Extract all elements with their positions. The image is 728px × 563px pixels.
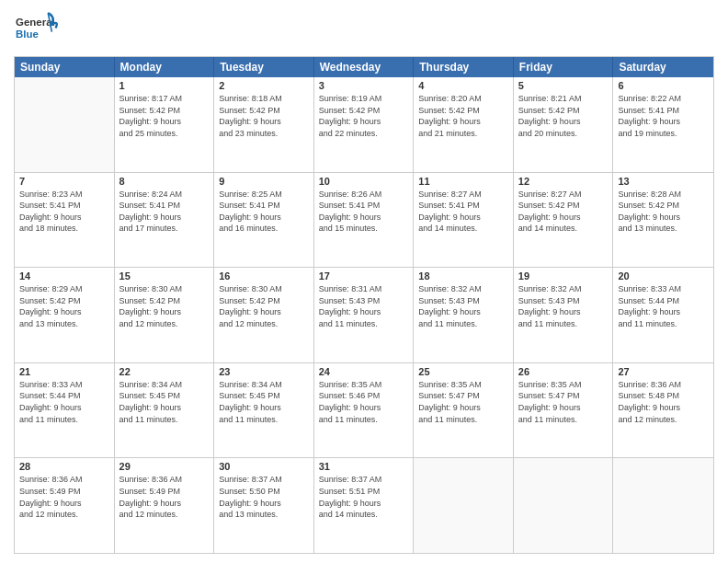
- day-number: 17: [319, 270, 409, 282]
- calendar-cell: [15, 77, 115, 172]
- cell-info: Sunrise: 8:30 AM Sunset: 5:42 PM Dayligh…: [119, 283, 210, 329]
- day-number: 21: [19, 366, 109, 377]
- day-number: 27: [618, 366, 709, 377]
- calendar-cell: 18Sunrise: 8:32 AM Sunset: 5:43 PM Dayli…: [414, 268, 514, 362]
- calendar-cell: 27Sunrise: 8:36 AM Sunset: 5:48 PM Dayli…: [613, 363, 713, 458]
- day-number: 12: [518, 176, 609, 187]
- cell-info: Sunrise: 8:35 AM Sunset: 5:46 PM Dayligh…: [319, 379, 409, 425]
- day-number: 9: [219, 176, 309, 187]
- calendar-cell: 10Sunrise: 8:26 AM Sunset: 5:41 PM Dayli…: [314, 173, 415, 268]
- day-number: 1: [119, 80, 210, 91]
- cell-info: Sunrise: 8:32 AM Sunset: 5:43 PM Dayligh…: [418, 283, 508, 329]
- day-number: 4: [418, 80, 508, 91]
- day-number: 6: [618, 80, 709, 91]
- svg-text:Blue: Blue: [16, 29, 39, 40]
- calendar-week-row: 7Sunrise: 8:23 AM Sunset: 5:41 PM Daylig…: [15, 172, 713, 268]
- cell-info: Sunrise: 8:35 AM Sunset: 5:47 PM Dayligh…: [418, 379, 508, 425]
- calendar-week-row: 28Sunrise: 8:36 AM Sunset: 5:49 PM Dayli…: [15, 457, 713, 553]
- calendar-cell: 19Sunrise: 8:32 AM Sunset: 5:43 PM Dayli…: [514, 268, 614, 362]
- cell-info: Sunrise: 8:22 AM Sunset: 5:41 PM Dayligh…: [618, 93, 709, 139]
- cell-info: Sunrise: 8:36 AM Sunset: 5:49 PM Dayligh…: [119, 474, 210, 520]
- calendar-cell: 14Sunrise: 8:29 AM Sunset: 5:42 PM Dayli…: [15, 268, 115, 362]
- day-number: 3: [319, 80, 409, 91]
- calendar-week-row: 21Sunrise: 8:33 AM Sunset: 5:44 PM Dayli…: [15, 362, 713, 458]
- calendar-cell: 11Sunrise: 8:27 AM Sunset: 5:41 PM Dayli…: [414, 173, 514, 268]
- day-number: 16: [219, 270, 309, 282]
- day-number: 14: [19, 270, 109, 282]
- day-number: 26: [518, 366, 609, 377]
- calendar-cell: 25Sunrise: 8:35 AM Sunset: 5:47 PM Dayli…: [414, 363, 514, 458]
- calendar-cell: [514, 458, 614, 553]
- cell-info: Sunrise: 8:34 AM Sunset: 5:45 PM Dayligh…: [219, 379, 309, 425]
- calendar-cell: 8Sunrise: 8:24 AM Sunset: 5:41 PM Daylig…: [115, 173, 215, 268]
- day-number: 23: [219, 366, 309, 377]
- cell-info: Sunrise: 8:36 AM Sunset: 5:49 PM Dayligh…: [19, 474, 109, 520]
- calendar-cell: 4Sunrise: 8:20 AM Sunset: 5:42 PM Daylig…: [414, 77, 514, 172]
- calendar-cell: 13Sunrise: 8:28 AM Sunset: 5:42 PM Dayli…: [613, 173, 713, 268]
- calendar-cell: 23Sunrise: 8:34 AM Sunset: 5:45 PM Dayli…: [214, 363, 314, 458]
- cell-info: Sunrise: 8:24 AM Sunset: 5:41 PM Dayligh…: [119, 189, 210, 235]
- cell-info: Sunrise: 8:30 AM Sunset: 5:42 PM Dayligh…: [219, 283, 309, 329]
- calendar-week-row: 14Sunrise: 8:29 AM Sunset: 5:42 PM Dayli…: [15, 267, 713, 362]
- day-number: 31: [319, 461, 409, 472]
- day-number: 15: [119, 270, 210, 282]
- cell-info: Sunrise: 8:37 AM Sunset: 5:50 PM Dayligh…: [219, 474, 309, 520]
- cell-info: Sunrise: 8:36 AM Sunset: 5:48 PM Dayligh…: [618, 379, 709, 425]
- logo: General Blue: [14, 9, 60, 51]
- cell-info: Sunrise: 8:28 AM Sunset: 5:42 PM Dayligh…: [618, 189, 709, 235]
- cell-info: Sunrise: 8:31 AM Sunset: 5:43 PM Dayligh…: [319, 283, 409, 329]
- calendar-cell: 24Sunrise: 8:35 AM Sunset: 5:46 PM Dayli…: [314, 363, 415, 458]
- day-number: 29: [119, 461, 210, 472]
- weekday-header: Thursday: [414, 57, 514, 77]
- weekday-header: Saturday: [613, 57, 713, 77]
- day-number: 28: [19, 461, 109, 472]
- calendar-cell: 5Sunrise: 8:21 AM Sunset: 5:42 PM Daylig…: [514, 77, 614, 172]
- cell-info: Sunrise: 8:27 AM Sunset: 5:42 PM Dayligh…: [518, 189, 609, 235]
- day-number: 10: [319, 176, 409, 187]
- day-number: 2: [219, 80, 309, 91]
- day-number: 24: [319, 366, 409, 377]
- calendar-week-row: 1Sunrise: 8:17 AM Sunset: 5:42 PM Daylig…: [15, 77, 713, 172]
- calendar-cell: 31Sunrise: 8:37 AM Sunset: 5:51 PM Dayli…: [314, 458, 415, 553]
- day-number: 22: [119, 366, 210, 377]
- calendar-cell: 20Sunrise: 8:33 AM Sunset: 5:44 PM Dayli…: [613, 268, 713, 362]
- cell-info: Sunrise: 8:27 AM Sunset: 5:41 PM Dayligh…: [418, 189, 508, 235]
- cell-info: Sunrise: 8:21 AM Sunset: 5:42 PM Dayligh…: [518, 93, 609, 139]
- day-number: 5: [518, 80, 609, 91]
- calendar-cell: 21Sunrise: 8:33 AM Sunset: 5:44 PM Dayli…: [15, 363, 115, 458]
- weekday-header: Friday: [514, 57, 614, 77]
- calendar-cell: 26Sunrise: 8:35 AM Sunset: 5:47 PM Dayli…: [514, 363, 614, 458]
- cell-info: Sunrise: 8:26 AM Sunset: 5:41 PM Dayligh…: [319, 189, 409, 235]
- day-number: 25: [418, 366, 508, 377]
- header: General Blue: [14, 9, 714, 51]
- calendar-cell: 22Sunrise: 8:34 AM Sunset: 5:45 PM Dayli…: [115, 363, 215, 458]
- cell-info: Sunrise: 8:25 AM Sunset: 5:41 PM Dayligh…: [219, 189, 309, 235]
- calendar-cell: 6Sunrise: 8:22 AM Sunset: 5:41 PM Daylig…: [613, 77, 713, 172]
- cell-info: Sunrise: 8:35 AM Sunset: 5:47 PM Dayligh…: [518, 379, 609, 425]
- cell-info: Sunrise: 8:20 AM Sunset: 5:42 PM Dayligh…: [418, 93, 508, 139]
- calendar-cell: 29Sunrise: 8:36 AM Sunset: 5:49 PM Dayli…: [115, 458, 215, 553]
- calendar-header-row: SundayMondayTuesdayWednesdayThursdayFrid…: [15, 57, 713, 77]
- day-number: 11: [418, 176, 508, 187]
- cell-info: Sunrise: 8:23 AM Sunset: 5:41 PM Dayligh…: [19, 189, 109, 235]
- cell-info: Sunrise: 8:19 AM Sunset: 5:42 PM Dayligh…: [319, 93, 409, 139]
- calendar-cell: [613, 458, 713, 553]
- weekday-header: Monday: [115, 57, 215, 77]
- calendar-cell: 30Sunrise: 8:37 AM Sunset: 5:50 PM Dayli…: [214, 458, 314, 553]
- calendar-cell: 2Sunrise: 8:18 AM Sunset: 5:42 PM Daylig…: [214, 77, 314, 172]
- calendar-cell: 12Sunrise: 8:27 AM Sunset: 5:42 PM Dayli…: [514, 173, 614, 268]
- calendar-cell: 3Sunrise: 8:19 AM Sunset: 5:42 PM Daylig…: [314, 77, 415, 172]
- cell-info: Sunrise: 8:33 AM Sunset: 5:44 PM Dayligh…: [618, 283, 709, 329]
- day-number: 30: [219, 461, 309, 472]
- day-number: 7: [19, 176, 109, 187]
- logo-icon: General Blue: [14, 9, 60, 51]
- calendar-cell: 1Sunrise: 8:17 AM Sunset: 5:42 PM Daylig…: [115, 77, 215, 172]
- cell-info: Sunrise: 8:33 AM Sunset: 5:44 PM Dayligh…: [19, 379, 109, 425]
- calendar-body: 1Sunrise: 8:17 AM Sunset: 5:42 PM Daylig…: [15, 77, 713, 553]
- calendar-cell: 17Sunrise: 8:31 AM Sunset: 5:43 PM Dayli…: [314, 268, 415, 362]
- cell-info: Sunrise: 8:37 AM Sunset: 5:51 PM Dayligh…: [319, 474, 409, 520]
- calendar-cell: 28Sunrise: 8:36 AM Sunset: 5:49 PM Dayli…: [15, 458, 115, 553]
- cell-info: Sunrise: 8:29 AM Sunset: 5:42 PM Dayligh…: [19, 283, 109, 329]
- weekday-header: Sunday: [15, 57, 115, 77]
- calendar-cell: 16Sunrise: 8:30 AM Sunset: 5:42 PM Dayli…: [214, 268, 314, 362]
